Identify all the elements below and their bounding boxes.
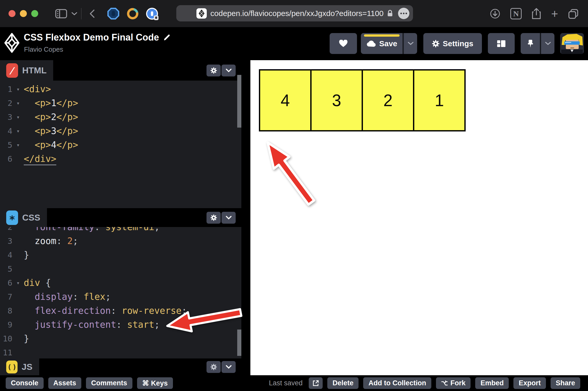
code-line[interactable]: 4▾ <p>3</p> (0, 124, 241, 138)
css-collapse-chevron-icon[interactable] (221, 212, 236, 224)
html-editor[interactable]: 1▾<div>2▾ <p>1</p>3▾ <p>2</p>4▾ <p>3</p>… (0, 81, 241, 208)
avatar[interactable] (560, 33, 584, 54)
content-blocker-extension-icon[interactable] (107, 8, 119, 20)
code-line[interactable]: 7 display: flex; (0, 290, 241, 304)
fold-arrow-icon[interactable]: ▾ (12, 100, 24, 106)
line-number: 9 (0, 320, 12, 329)
code-line[interactable]: 4} (0, 248, 241, 262)
pin-button[interactable] (521, 33, 540, 54)
code-text: flex-direction: row-reverse; (24, 306, 241, 316)
code-line[interactable]: 9 justify-content: start; (0, 318, 241, 332)
code-line[interactable]: 2▾ <p>1</p> (0, 96, 241, 110)
tab-overview-icon[interactable] (568, 9, 579, 19)
page-title: CSS Flexbox Demo Final Code (24, 32, 159, 43)
fork-button[interactable]: Fork (436, 377, 471, 389)
fold-arrow-icon[interactable]: ▾ (12, 142, 24, 148)
fold-arrow-icon[interactable]: ▾ (12, 280, 24, 286)
code-line[interactable]: 3 zoom: 2; (0, 234, 241, 248)
html-collapse-chevron-icon[interactable] (221, 65, 236, 76)
back-button[interactable] (89, 9, 95, 18)
html-settings-gear-icon[interactable] (206, 65, 221, 76)
sidebar-chevron-icon[interactable] (71, 12, 77, 15)
settings-button[interactable]: Settings (423, 33, 482, 54)
code-line[interactable]: 5▾ <p>4</p> (0, 138, 241, 152)
css-editor-scrollbar[interactable] (237, 330, 241, 356)
code-line[interactable]: 10} (0, 332, 241, 346)
notion-extension-icon[interactable]: N (510, 8, 522, 19)
ring-extension-icon[interactable] (127, 8, 138, 19)
html-panel-label: HTML (22, 65, 46, 75)
comments-button[interactable]: Comments (86, 377, 132, 389)
save-button[interactable]: Save (361, 33, 403, 54)
address-bar[interactable]: codepen.io/flaviocopes/pen/xxJgxdo?edito… (176, 5, 413, 21)
code-line[interactable]: 2 font-family: system-ui; (0, 227, 241, 234)
code-line[interactable]: 11 (0, 346, 241, 358)
code-line[interactable]: 6▾div { (0, 276, 241, 290)
css-settings-gear-icon[interactable] (206, 212, 221, 224)
line-number: 4 (0, 126, 12, 136)
code-text: </div> (24, 154, 241, 164)
open-in-new-window-button[interactable] (309, 377, 323, 389)
code-line[interactable]: 3▾ <p>2</p> (0, 110, 241, 124)
minimize-window-button[interactable] (20, 10, 27, 17)
pen-author[interactable]: Flavio Copes (24, 45, 63, 53)
preview-pane: 4 3 2 1 (250, 60, 588, 375)
change-view-button[interactable] (488, 33, 515, 54)
code-text: } (24, 333, 241, 344)
js-collapse-chevron-icon[interactable] (221, 361, 236, 373)
console-button[interactable]: Console (6, 377, 44, 389)
embed-button[interactable]: Embed (475, 377, 509, 389)
line-number: 1 (0, 84, 12, 94)
code-line[interactable]: 8 flex-direction: row-reverse; (0, 304, 241, 318)
share-button[interactable]: Share (551, 377, 580, 389)
lock-icon (387, 10, 393, 17)
code-text: display: flex; (24, 292, 241, 302)
like-button[interactable] (330, 33, 357, 54)
js-icon: ( ) (6, 361, 18, 373)
new-tab-icon[interactable]: + (551, 8, 558, 20)
js-panel-tab[interactable]: ( ) JS (0, 358, 39, 375)
fold-arrow-icon[interactable]: ▾ (12, 114, 24, 120)
password-manager-extension-icon[interactable] (146, 8, 158, 20)
zoom-window-button[interactable] (31, 10, 38, 17)
keys-button[interactable]: ⌘ Keys (137, 377, 173, 389)
js-settings-gear-icon[interactable] (206, 361, 221, 373)
code-line[interactable]: 1▾<div> (0, 82, 241, 96)
flex-item: 3 (310, 69, 363, 131)
html-panel-tab[interactable]: / HTML (0, 60, 53, 81)
html-editor-scrollbar[interactable] (237, 75, 241, 128)
css-panel-tab[interactable]: * CSS (0, 208, 47, 227)
fold-arrow-icon[interactable]: ▾ (12, 128, 24, 134)
css-editor[interactable]: 2 font-family: system-ui;3 zoom: 2;4}56▾… (0, 227, 241, 358)
flex-item: 4 (259, 69, 312, 131)
html-panel-header: / HTML (0, 60, 241, 81)
edit-pencil-icon[interactable] (163, 34, 171, 41)
assets-button[interactable]: Assets (48, 377, 82, 389)
export-button[interactable]: Export (513, 377, 546, 389)
downloads-icon[interactable] (490, 8, 500, 19)
share-icon[interactable] (531, 8, 541, 20)
code-line[interactable]: 5 (0, 262, 241, 276)
save-dropdown-button[interactable] (403, 33, 417, 54)
layout-icon (497, 40, 506, 48)
fold-arrow-icon[interactable]: ▾ (12, 86, 24, 92)
codepen-logo[interactable] (4, 32, 20, 54)
code-line[interactable]: 6</div> (0, 152, 241, 166)
window-controls (9, 10, 38, 17)
close-window-button[interactable] (9, 10, 15, 17)
flex-item: 1 (413, 69, 466, 131)
page-settings-icon[interactable] (398, 8, 409, 19)
code-text: <p>3</p> (24, 126, 241, 136)
add-to-collection-button[interactable]: Add to Collection (363, 377, 431, 389)
sidebar-toggle-icon[interactable] (55, 9, 67, 19)
pin-dropdown-button[interactable] (541, 33, 554, 54)
delete-button[interactable]: Delete (327, 377, 359, 389)
pen-title-row: CSS Flexbox Demo Final Code (24, 32, 171, 43)
js-panel-header: ( ) JS (0, 358, 241, 375)
line-number: 7 (0, 292, 12, 301)
code-text: div { (24, 278, 241, 288)
code-text: zoom: 2; (24, 236, 241, 246)
last-saved-status: Last saved (269, 379, 303, 387)
url-text: codepen.io/flaviocopes/pen/xxJgxdo?edito… (210, 9, 384, 18)
save-label: Save (379, 39, 397, 48)
